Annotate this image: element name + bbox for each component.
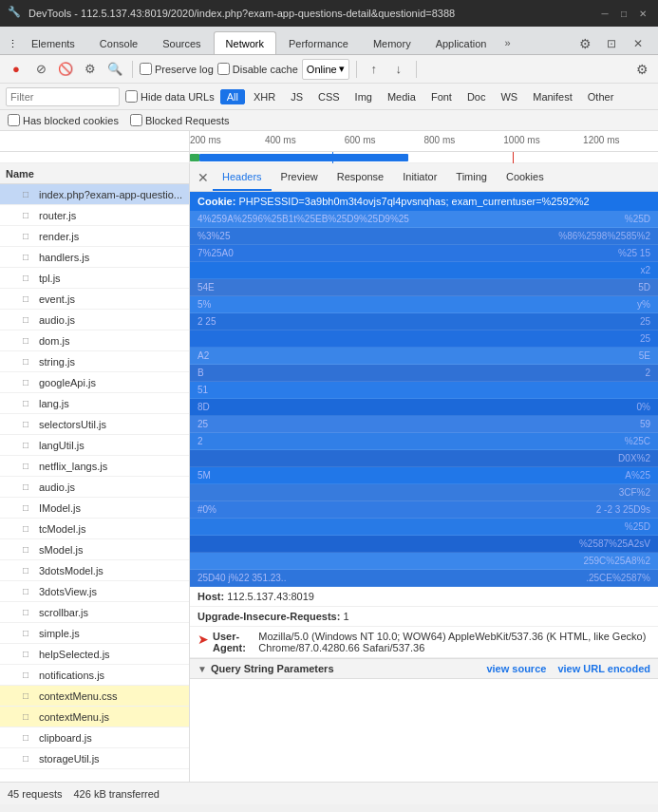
tab-application[interactable]: Application <box>423 31 499 54</box>
filename-label: contextMenu.css <box>39 690 118 702</box>
sub-tab-initiator[interactable]: Initiator <box>393 164 446 191</box>
data-row: 51 <box>190 382 658 399</box>
view-url-link[interactable]: view URL encoded <box>557 663 650 674</box>
list-item[interactable]: □clipboard.js <box>0 727 189 748</box>
filter-doc-button[interactable]: Doc <box>461 89 493 104</box>
list-item[interactable]: □string.js <box>0 351 189 372</box>
filter-button[interactable]: ⚙ <box>80 59 101 80</box>
list-item[interactable]: □tcModel.js <box>0 519 189 539</box>
close-headers-button[interactable]: ✕ <box>194 168 213 187</box>
list-item[interactable]: □3dotsView.js <box>0 581 189 602</box>
query-string-section[interactable]: ▼ Query String Parameters view source vi… <box>190 658 658 679</box>
row-content: 3CF%2 <box>197 487 650 498</box>
data-row: B2 <box>190 365 658 382</box>
export-button[interactable]: ↓ <box>388 59 409 80</box>
filter-other-button[interactable]: Other <box>581 89 621 104</box>
throttle-selector[interactable]: Online ▾ <box>302 59 349 80</box>
import-button[interactable]: ↑ <box>364 59 385 80</box>
row-content: 2 2525 <box>197 316 650 327</box>
view-source-link[interactable]: view source <box>486 663 546 674</box>
timeline-label-1000ms: 1000 ms <box>503 135 539 145</box>
tab-elements[interactable]: Elements <box>19 31 87 54</box>
maximize-button[interactable]: □ <box>616 6 631 21</box>
clear-button[interactable]: 🚫 <box>55 59 76 80</box>
cookie-value: PHPSESSID=3a9bh0m3t4ovjs7ql4pvsnqhas; ex… <box>238 196 589 207</box>
tab-sources[interactable]: Sources <box>150 31 213 54</box>
list-item[interactable]: □index.php?exam-app-questio... <box>0 184 189 205</box>
blocked-cookies-checkbox[interactable]: Has blocked cookies <box>8 114 119 126</box>
disable-cache-checkbox[interactable]: Disable cache <box>217 63 298 75</box>
list-item[interactable]: □contextMenu.css <box>0 686 189 707</box>
blurred-rows-container: 4%259A%2596%25B1t%25EB%25D9%25D9%25%25D%… <box>190 211 658 587</box>
filter-media-button[interactable]: Media <box>381 89 423 104</box>
filter-font-button[interactable]: Font <box>424 89 459 104</box>
list-item[interactable]: □storageUtil.js <box>0 748 189 769</box>
record-button[interactable]: ● <box>6 59 27 80</box>
preserve-log-checkbox[interactable]: Preserve log <box>140 63 214 75</box>
list-item[interactable]: □audio.js <box>0 477 189 498</box>
tab-console[interactable]: Console <box>87 31 150 54</box>
list-item[interactable]: □sModel.js <box>0 539 189 560</box>
list-item[interactable]: □IModel.js <box>0 498 189 519</box>
list-item[interactable]: □handlers.js <box>0 247 189 268</box>
row-content: x2 <box>197 265 650 275</box>
filter-img-button[interactable]: Img <box>348 89 379 104</box>
filter-input[interactable] <box>6 87 120 106</box>
user-agent-label: User-Agent: <box>213 631 254 653</box>
list-item[interactable]: □event.js <box>0 289 189 310</box>
data-row: 2 2525 <box>190 313 658 330</box>
sub-tab-response[interactable]: Response <box>328 164 394 191</box>
list-item[interactable]: □tpl.js <box>0 268 189 289</box>
window-controls: ─ □ ✕ <box>597 6 650 21</box>
list-item[interactable]: □lang.js <box>0 393 189 414</box>
hide-data-urls-checkbox[interactable]: Hide data URLs <box>125 90 215 103</box>
more-tabs-button[interactable]: » <box>498 31 516 54</box>
list-item[interactable]: □netflix_langs.js <box>0 456 189 477</box>
filename-label: dom.js <box>39 335 69 347</box>
progress-marker-red <box>513 152 514 163</box>
list-item[interactable]: □scrollbar.js <box>0 602 189 623</box>
sub-tab-preview[interactable]: Preview <box>272 164 328 191</box>
close-devtools-button[interactable]: ✕ <box>628 33 649 54</box>
settings-icon-top[interactable]: ⚙ <box>574 33 595 54</box>
tab-memory[interactable]: Memory <box>361 31 423 54</box>
filter-all-button[interactable]: All <box>220 89 245 104</box>
row-content: 25 <box>197 333 650 344</box>
search-button[interactable]: 🔍 <box>104 59 125 80</box>
list-item[interactable]: □simple.js <box>0 623 189 644</box>
list-item[interactable]: □render.js <box>0 226 189 247</box>
tab-performance[interactable]: Performance <box>276 31 361 54</box>
sub-tab-cookies[interactable]: Cookies <box>497 164 554 191</box>
filter-row: Hide data URLs All XHR JS CSS Img Media … <box>0 84 658 110</box>
devtools-menu-icon[interactable]: ⋮ <box>4 33 19 54</box>
list-item[interactable]: □router.js <box>0 205 189 226</box>
minimize-button[interactable]: ─ <box>597 6 612 21</box>
dock-icon[interactable]: ⊡ <box>601 33 622 54</box>
filter-manifest-button[interactable]: Manifest <box>526 89 579 104</box>
timeline-label-400ms: 400 ms <box>265 135 296 145</box>
list-item[interactable]: □contextMenu.js <box>0 707 189 727</box>
list-item[interactable]: □dom.js <box>0 330 189 351</box>
list-item[interactable]: □googleApi.js <box>0 372 189 393</box>
list-item[interactable]: □selectorsUtil.js <box>0 414 189 435</box>
stop-button[interactable]: ⊘ <box>30 59 51 80</box>
close-button[interactable]: ✕ <box>635 6 650 21</box>
progress-blue <box>199 154 408 161</box>
network-settings-button[interactable]: ⚙ <box>631 59 652 80</box>
list-item[interactable]: □audio.js <box>0 310 189 330</box>
sub-tab-headers[interactable]: Headers <box>213 164 272 191</box>
filter-js-button[interactable]: JS <box>284 89 310 104</box>
blocked-requests-checkbox[interactable]: Blocked Requests <box>130 114 230 126</box>
list-item[interactable]: □langUtil.js <box>0 435 189 456</box>
tab-network[interactable]: Network <box>214 31 276 54</box>
filter-xhr-button[interactable]: XHR <box>247 89 282 104</box>
list-item[interactable]: □3dotsModel.js <box>0 560 189 581</box>
sub-tab-timing[interactable]: Timing <box>446 164 497 191</box>
progress-right <box>190 152 658 162</box>
list-item[interactable]: □helpSelected.js <box>0 644 189 665</box>
list-item[interactable]: □notifications.js <box>0 665 189 686</box>
filter-ws-button[interactable]: WS <box>494 89 524 104</box>
row-content: #0%2 -2 3 25D9s <box>197 504 650 515</box>
filter-css-button[interactable]: CSS <box>311 89 347 104</box>
file-icon: □ <box>23 189 36 199</box>
